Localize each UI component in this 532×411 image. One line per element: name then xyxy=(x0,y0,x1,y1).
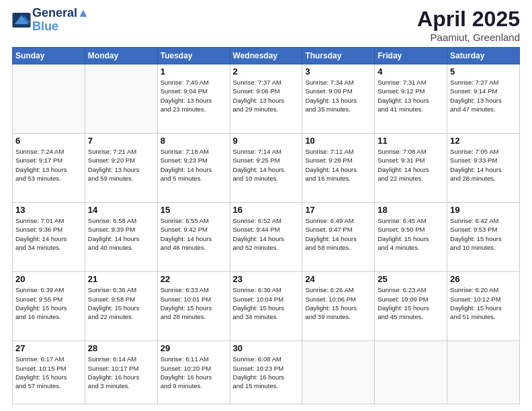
day-number: 1 xyxy=(161,66,227,77)
calendar-week-row: 1Sunrise: 7:40 AM Sunset: 9:04 PM Daylig… xyxy=(13,64,520,134)
day-info: Sunrise: 7:21 AM Sunset: 9:20 PM Dayligh… xyxy=(88,147,154,183)
day-number: 16 xyxy=(233,205,300,215)
day-info: Sunrise: 7:31 AM Sunset: 9:12 PM Dayligh… xyxy=(378,78,444,113)
day-number: 7 xyxy=(88,136,154,146)
page: General▲ Blue April 2025 Paamiut, Greenl… xyxy=(0,0,532,411)
day-number: 18 xyxy=(378,205,444,215)
day-number: 30 xyxy=(233,343,300,353)
day-info: Sunrise: 6:08 AM Sunset: 10:23 PM Daylig… xyxy=(233,355,300,390)
day-number: 12 xyxy=(450,136,517,146)
calendar-cell: 11Sunrise: 7:08 AM Sunset: 9:31 PM Dayli… xyxy=(375,134,447,203)
calendar-cell xyxy=(375,341,447,404)
day-number: 24 xyxy=(305,274,371,284)
calendar-cell: 9Sunrise: 7:14 AM Sunset: 9:25 PM Daylig… xyxy=(230,134,302,203)
calendar-cell: 28Sunrise: 6:14 AM Sunset: 10:17 PM Dayl… xyxy=(85,341,157,404)
day-info: Sunrise: 6:23 AM Sunset: 10:09 PM Daylig… xyxy=(378,285,444,321)
day-info: Sunrise: 7:08 AM Sunset: 9:31 PM Dayligh… xyxy=(378,147,444,183)
logo-icon xyxy=(12,13,31,28)
day-number: 29 xyxy=(161,343,227,353)
day-number: 9 xyxy=(233,136,300,146)
calendar-cell xyxy=(13,64,85,134)
calendar-cell: 10Sunrise: 7:11 AM Sunset: 9:28 PM Dayli… xyxy=(302,134,375,203)
month-title: April 2025 xyxy=(417,7,520,32)
day-info: Sunrise: 6:26 AM Sunset: 10:06 PM Daylig… xyxy=(305,285,371,321)
day-number: 15 xyxy=(161,205,227,215)
day-number: 19 xyxy=(450,205,517,215)
calendar-cell: 19Sunrise: 6:42 AM Sunset: 9:53 PM Dayli… xyxy=(447,203,520,272)
day-number: 28 xyxy=(88,343,154,353)
day-info: Sunrise: 7:24 AM Sunset: 9:17 PM Dayligh… xyxy=(15,147,82,183)
logo: General▲ Blue xyxy=(12,7,89,34)
calendar-cell: 3Sunrise: 7:34 AM Sunset: 9:09 PM Daylig… xyxy=(302,64,375,134)
calendar-cell: 25Sunrise: 6:23 AM Sunset: 10:09 PM Dayl… xyxy=(375,272,447,341)
calendar-cell xyxy=(85,64,157,134)
day-of-week-header: Thursday xyxy=(302,48,375,64)
day-info: Sunrise: 6:49 AM Sunset: 9:47 PM Dayligh… xyxy=(305,216,371,252)
day-number: 21 xyxy=(88,274,154,284)
calendar-cell: 29Sunrise: 6:11 AM Sunset: 10:20 PM Dayl… xyxy=(157,341,230,404)
day-of-week-header: Sunday xyxy=(13,48,85,64)
day-of-week-header: Wednesday xyxy=(230,48,302,64)
day-info: Sunrise: 6:42 AM Sunset: 9:53 PM Dayligh… xyxy=(450,216,517,252)
day-info: Sunrise: 7:27 AM Sunset: 9:14 PM Dayligh… xyxy=(450,78,517,113)
calendar-cell: 18Sunrise: 6:45 AM Sunset: 9:50 PM Dayli… xyxy=(375,203,447,272)
day-number: 11 xyxy=(378,136,444,146)
calendar-cell: 2Sunrise: 7:37 AM Sunset: 9:06 PM Daylig… xyxy=(230,64,302,134)
day-of-week-header: Saturday xyxy=(447,48,520,64)
calendar-week-row: 27Sunrise: 6:17 AM Sunset: 10:15 PM Dayl… xyxy=(13,341,520,404)
day-number: 27 xyxy=(15,343,82,353)
calendar-cell: 15Sunrise: 6:55 AM Sunset: 9:42 PM Dayli… xyxy=(157,203,230,272)
calendar-header: SundayMondayTuesdayWednesdayThursdayFrid… xyxy=(13,48,520,64)
day-info: Sunrise: 6:55 AM Sunset: 9:42 PM Dayligh… xyxy=(161,216,227,252)
day-info: Sunrise: 7:01 AM Sunset: 9:36 PM Dayligh… xyxy=(15,216,82,252)
day-info: Sunrise: 6:14 AM Sunset: 10:17 PM Daylig… xyxy=(88,355,154,390)
logo-subtext: Blue xyxy=(32,20,89,34)
day-number: 2 xyxy=(233,66,300,77)
day-of-week-header: Tuesday xyxy=(157,48,230,64)
day-info: Sunrise: 6:52 AM Sunset: 9:44 PM Dayligh… xyxy=(233,216,300,252)
calendar-cell: 21Sunrise: 6:36 AM Sunset: 9:58 PM Dayli… xyxy=(85,272,157,341)
day-number: 3 xyxy=(305,66,371,77)
calendar-week-row: 6Sunrise: 7:24 AM Sunset: 9:17 PM Daylig… xyxy=(13,134,520,203)
day-info: Sunrise: 7:40 AM Sunset: 9:04 PM Dayligh… xyxy=(161,78,227,113)
calendar-cell: 4Sunrise: 7:31 AM Sunset: 9:12 PM Daylig… xyxy=(375,64,447,134)
calendar-cell: 14Sunrise: 6:58 AM Sunset: 9:39 PM Dayli… xyxy=(85,203,157,272)
day-info: Sunrise: 6:20 AM Sunset: 10:12 PM Daylig… xyxy=(450,285,517,321)
day-info: Sunrise: 6:30 AM Sunset: 10:04 PM Daylig… xyxy=(233,285,300,321)
day-number: 20 xyxy=(15,274,82,284)
calendar-week-row: 13Sunrise: 7:01 AM Sunset: 9:36 PM Dayli… xyxy=(13,203,520,272)
day-number: 13 xyxy=(15,205,82,215)
day-info: Sunrise: 6:39 AM Sunset: 9:55 PM Dayligh… xyxy=(15,285,82,321)
day-info: Sunrise: 6:17 AM Sunset: 10:15 PM Daylig… xyxy=(15,355,82,390)
day-of-week-header: Friday xyxy=(375,48,447,64)
day-info: Sunrise: 6:36 AM Sunset: 9:58 PM Dayligh… xyxy=(88,285,154,321)
calendar-cell: 24Sunrise: 6:26 AM Sunset: 10:06 PM Dayl… xyxy=(302,272,375,341)
day-info: Sunrise: 6:11 AM Sunset: 10:20 PM Daylig… xyxy=(161,355,227,390)
calendar-cell: 17Sunrise: 6:49 AM Sunset: 9:47 PM Dayli… xyxy=(302,203,375,272)
day-info: Sunrise: 6:45 AM Sunset: 9:50 PM Dayligh… xyxy=(378,216,444,252)
day-number: 25 xyxy=(378,274,444,284)
calendar-cell: 26Sunrise: 6:20 AM Sunset: 10:12 PM Dayl… xyxy=(447,272,520,341)
calendar-cell: 30Sunrise: 6:08 AM Sunset: 10:23 PM Dayl… xyxy=(230,341,302,404)
day-info: Sunrise: 6:33 AM Sunset: 10:01 PM Daylig… xyxy=(161,285,227,321)
day-number: 23 xyxy=(233,274,300,284)
day-number: 26 xyxy=(450,274,517,284)
day-number: 14 xyxy=(88,205,154,215)
calendar-cell: 5Sunrise: 7:27 AM Sunset: 9:14 PM Daylig… xyxy=(447,64,520,134)
calendar-cell: 16Sunrise: 6:52 AM Sunset: 9:44 PM Dayli… xyxy=(230,203,302,272)
day-number: 17 xyxy=(305,205,371,215)
day-info: Sunrise: 7:11 AM Sunset: 9:28 PM Dayligh… xyxy=(305,147,371,183)
day-number: 8 xyxy=(161,136,227,146)
calendar-week-row: 20Sunrise: 6:39 AM Sunset: 9:55 PM Dayli… xyxy=(13,272,520,341)
days-of-week-row: SundayMondayTuesdayWednesdayThursdayFrid… xyxy=(13,48,520,64)
calendar-cell: 8Sunrise: 7:18 AM Sunset: 9:23 PM Daylig… xyxy=(157,134,230,203)
day-number: 5 xyxy=(450,66,517,77)
day-number: 6 xyxy=(15,136,82,146)
day-info: Sunrise: 7:34 AM Sunset: 9:09 PM Dayligh… xyxy=(305,78,371,113)
calendar-cell xyxy=(447,341,520,404)
day-number: 4 xyxy=(378,66,444,77)
location: Paamiut, Greenland xyxy=(417,32,520,43)
day-info: Sunrise: 6:58 AM Sunset: 9:39 PM Dayligh… xyxy=(88,216,154,252)
day-info: Sunrise: 7:37 AM Sunset: 9:06 PM Dayligh… xyxy=(233,78,300,113)
day-info: Sunrise: 7:14 AM Sunset: 9:25 PM Dayligh… xyxy=(233,147,300,183)
